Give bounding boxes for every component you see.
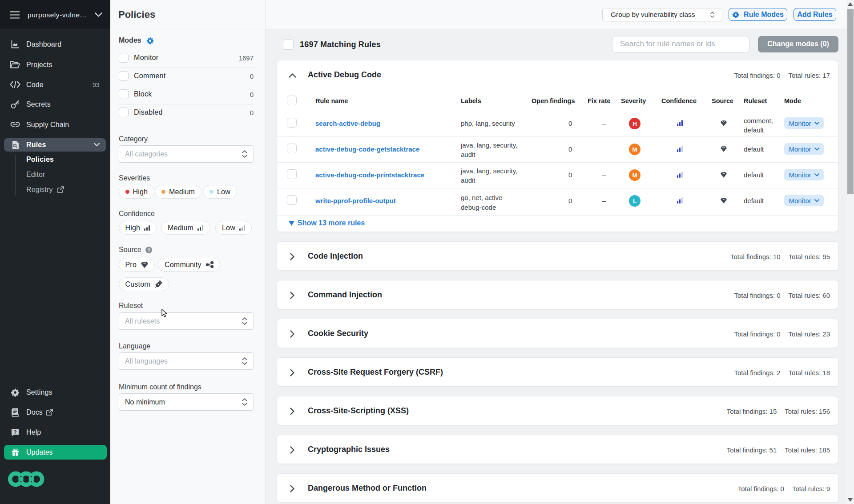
svg-text:?: ? <box>14 429 17 435</box>
